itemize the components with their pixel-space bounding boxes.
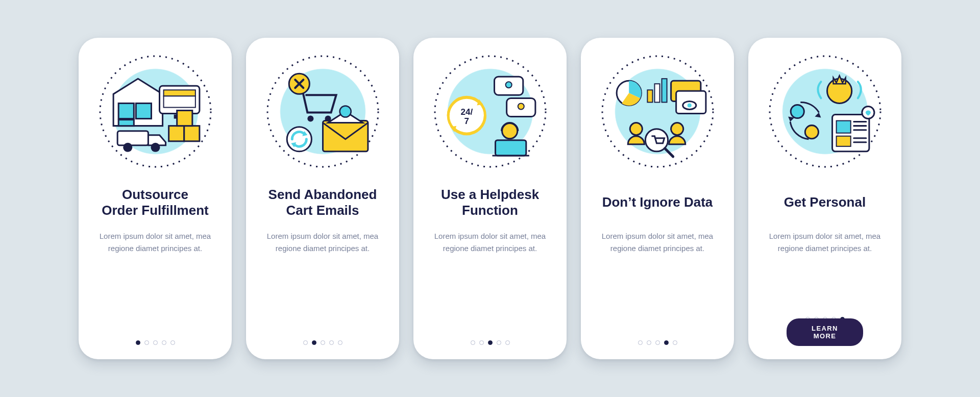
onboarding-screen-1[interactable]: Outsource Order FulfillmentLorem ipsum d… <box>79 38 232 359</box>
dot-5[interactable] <box>170 340 175 345</box>
pagination-dots[interactable] <box>136 340 175 345</box>
dot-3[interactable] <box>321 340 325 345</box>
helpdesk-icon <box>433 54 548 169</box>
dot-5[interactable] <box>673 340 677 345</box>
dot-2[interactable] <box>479 340 484 345</box>
dot-1[interactable] <box>471 340 475 345</box>
slide-title: Send Abandoned Cart Emails <box>268 186 377 219</box>
slide-body: Lorem ipsum dolor sit amet, mea regione … <box>264 230 381 255</box>
onboarding-deck: Outsource Order FulfillmentLorem ipsum d… <box>58 38 922 359</box>
slide-body: Lorem ipsum dolor sit amet, mea regione … <box>766 230 884 255</box>
pagination-dots[interactable] <box>303 340 342 345</box>
pagination-dots[interactable] <box>471 340 510 345</box>
slide-body: Lorem ipsum dolor sit amet, mea regione … <box>96 230 214 255</box>
dot-4[interactable] <box>162 340 166 345</box>
dot-2[interactable] <box>312 340 316 345</box>
dot-1[interactable] <box>638 340 643 345</box>
slide-title: Use a Helpdesk Function <box>441 186 539 219</box>
dot-5[interactable] <box>338 340 342 345</box>
dot-1[interactable] <box>136 340 140 345</box>
dot-4[interactable] <box>329 340 334 345</box>
slide-body: Lorem ipsum dolor sit amet, mea regione … <box>599 230 716 255</box>
abandoned-cart-icon <box>265 54 380 169</box>
slide-title: Outsource Order Fulfillment <box>102 186 208 219</box>
personal-icon <box>768 54 883 169</box>
dot-4[interactable] <box>497 340 501 345</box>
onboarding-screen-5[interactable]: Get PersonalLorem ipsum dolor sit amet, … <box>748 38 901 359</box>
dot-3[interactable] <box>153 340 158 345</box>
data-icon <box>600 54 715 169</box>
learn-more-button[interactable]: LEARN MORE <box>787 318 863 346</box>
dot-4[interactable] <box>664 340 669 345</box>
slide-title: Don’t Ignore Data <box>602 186 713 219</box>
dot-2[interactable] <box>647 340 651 345</box>
pagination-dots[interactable] <box>638 340 677 345</box>
onboarding-screen-4[interactable]: Don’t Ignore DataLorem ipsum dolor sit a… <box>581 38 734 359</box>
onboarding-screen-2[interactable]: Send Abandoned Cart EmailsLorem ipsum do… <box>246 38 399 359</box>
dot-2[interactable] <box>144 340 149 345</box>
dot-3[interactable] <box>488 340 493 345</box>
dot-1[interactable] <box>303 340 308 345</box>
dot-5[interactable] <box>505 340 510 345</box>
slide-title: Get Personal <box>784 186 866 219</box>
onboarding-screen-3[interactable]: Use a Helpdesk FunctionLorem ipsum dolor… <box>413 38 567 359</box>
fulfillment-icon <box>98 54 213 169</box>
dot-3[interactable] <box>655 340 660 345</box>
slide-body: Lorem ipsum dolor sit amet, mea regione … <box>431 230 549 255</box>
